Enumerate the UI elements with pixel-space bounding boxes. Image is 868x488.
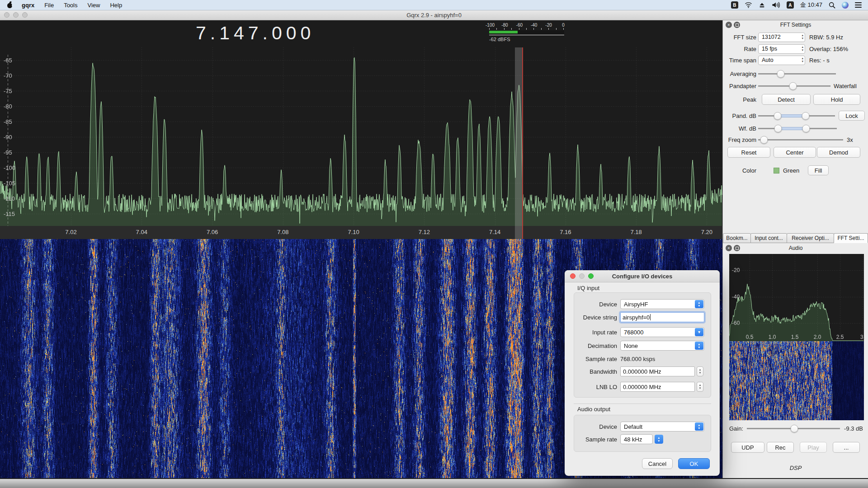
menu-bar-left: gqrx File Tools View Help	[0, 2, 127, 9]
input-rate-combobox[interactable]: 768000 ▾	[620, 327, 704, 337]
volume-icon[interactable]	[772, 2, 780, 8]
averaging-slider[interactable]	[758, 69, 836, 78]
frequency-axis[interactable]: 7.027.047.067.087.107.127.147.167.187.20	[0, 226, 722, 239]
meter-tick: -60	[513, 23, 526, 28]
fill-button[interactable]: Fill	[808, 165, 829, 175]
pandapter-waterfall-slider[interactable]	[758, 81, 830, 90]
peak-detect-button[interactable]: Detect	[762, 94, 811, 105]
dock-close-icon[interactable]: ×	[726, 245, 732, 251]
gain-slider[interactable]	[747, 424, 840, 433]
zoom-window-button[interactable]	[22, 12, 28, 18]
play-button[interactable]: Play	[800, 442, 827, 453]
stepper-icon[interactable]: ▴▾	[802, 46, 803, 52]
dialog-minimize-button[interactable]	[579, 273, 585, 279]
device-combobox[interactable]: AirspyHF ▴▾	[620, 299, 704, 309]
close-window-button[interactable]	[4, 12, 9, 18]
dialog-close-button[interactable]	[570, 273, 576, 279]
stepper-icon[interactable]: ▴▾	[695, 300, 703, 308]
demod-button[interactable]: Demod	[817, 147, 860, 158]
tab-receiver-options[interactable]: Receiver Opti...	[787, 233, 834, 243]
dropdown-arrow-icon[interactable]: ▾	[695, 328, 703, 336]
stepper-icon[interactable]: ▴▾	[697, 366, 703, 376]
stepper-icon[interactable]: ▴▾	[802, 34, 803, 40]
dialog-title-bar[interactable]: Configure I/O devices	[565, 270, 720, 282]
range-handle-max[interactable]	[802, 125, 810, 132]
more-button[interactable]: ...	[833, 442, 860, 453]
menu-view[interactable]: View	[82, 2, 105, 9]
eject-icon[interactable]	[759, 2, 765, 8]
stepper-icon[interactable]: ▴▾	[655, 435, 663, 444]
color-swatch[interactable]	[774, 168, 779, 174]
slider-handle[interactable]	[777, 70, 784, 78]
output-device-combobox[interactable]: Default ▴▾	[620, 422, 704, 432]
center-button[interactable]: Center	[774, 147, 816, 158]
slider-handle[interactable]	[789, 82, 797, 90]
input-source-icon[interactable]: A	[787, 1, 794, 9]
tab-bookmarks[interactable]: Bookm...	[723, 233, 751, 243]
pand-lock-button[interactable]: Lock	[839, 111, 865, 121]
device-string-input[interactable]: airspyhf=0	[620, 312, 704, 322]
wf-db-range-slider[interactable]	[758, 124, 837, 133]
decimation-combobox[interactable]: None ▴▾	[620, 341, 704, 351]
time-span-spinbox[interactable]: Auto ▴▾	[758, 56, 805, 65]
stepper-icon[interactable]: ▴▾	[695, 342, 703, 350]
freq-zoom-slider[interactable]	[758, 135, 843, 144]
menu-help[interactable]: Help	[105, 2, 127, 9]
rate-spinbox[interactable]: 15 fps ▴▾	[758, 44, 805, 54]
menu-file[interactable]: File	[39, 2, 59, 9]
audio-waterfall[interactable]	[729, 341, 864, 420]
pand-db-range-slider[interactable]	[758, 111, 835, 120]
dialog-zoom-button[interactable]	[588, 273, 594, 279]
spotlight-icon[interactable]	[829, 2, 835, 9]
spectrum-plot[interactable]	[0, 47, 722, 226]
slider-handle[interactable]	[791, 425, 798, 432]
apple-menu-icon[interactable]	[7, 2, 13, 8]
stepper-icon[interactable]: ▴▾	[697, 382, 703, 392]
spectrum-y-tick-label: -95	[4, 149, 12, 156]
range-handle-min[interactable]	[774, 125, 782, 132]
filter-bandwidth-marker[interactable]	[515, 47, 522, 239]
menu-app-gqrx[interactable]: gqrx	[17, 2, 39, 9]
configure-io-dialog[interactable]: Configure I/O devices I/Q input Device A…	[565, 270, 720, 476]
dock-panel: × FFT Settings FFT size 131072 ▴▾ RBW: 5…	[722, 20, 868, 478]
reset-button[interactable]: Reset	[727, 147, 770, 158]
dock-tab-bar: Bookm... Input cont... Receiver Opti... …	[723, 233, 868, 243]
ok-button[interactable]: OK	[678, 458, 710, 469]
output-rate-combobox[interactable]: 48 kHz	[620, 434, 653, 444]
bandwidth-row: Bandwidth 0.000000 MHz ▴▾	[576, 366, 711, 376]
slider-handle[interactable]	[760, 136, 768, 144]
range-handle-min[interactable]	[774, 112, 781, 120]
siri-icon[interactable]	[842, 2, 849, 9]
fft-size-spinbox[interactable]: 131072 ▴▾	[758, 33, 805, 42]
signal-strength-meter: -100 -80 -60 -40 -20 0 -62 dBFS	[489, 23, 564, 42]
tab-fft-settings[interactable]: FFT Setti...	[834, 233, 868, 243]
device-string-value: airspyhf=0	[623, 314, 650, 321]
tuning-line[interactable]	[522, 47, 523, 239]
udp-button[interactable]: UDP	[731, 442, 764, 453]
notification-center-icon[interactable]	[855, 2, 862, 8]
dock-float-icon[interactable]	[734, 22, 740, 28]
stepper-icon[interactable]: ▴▾	[802, 57, 803, 63]
minimize-window-button[interactable]	[13, 12, 19, 18]
dock-float-icon[interactable]	[734, 245, 740, 251]
peak-hold-button[interactable]: Hold	[813, 94, 860, 105]
cancel-button[interactable]: Cancel	[642, 458, 673, 469]
audio-spectrum-plot[interactable]: -20-40-60 0.51.01.52.02.53.	[729, 254, 864, 341]
spectrum-y-tick-label: -70	[4, 72, 12, 79]
dock-close-icon[interactable]: ×	[726, 22, 732, 28]
audio-x-tick-label: 0.5	[746, 334, 754, 340]
wifi-icon[interactable]	[745, 2, 752, 8]
frequency-tick-label: 7.14	[489, 229, 500, 235]
menu-tools[interactable]: Tools	[59, 2, 82, 9]
lnb-lo-input[interactable]: 0.000000 MHz	[620, 382, 695, 392]
menu-clock[interactable]: 金 10:47	[800, 1, 822, 9]
stepper-icon[interactable]: ▴▾	[695, 422, 703, 431]
rec-button[interactable]: Rec	[767, 442, 794, 453]
range-handle-max[interactable]	[802, 112, 810, 120]
waterfall-db-row: Wf. dB	[723, 123, 868, 133]
bandwidth-input[interactable]: 0.000000 MHz	[620, 366, 695, 376]
blocker-status-icon[interactable]: B	[731, 1, 738, 9]
window-title-bar[interactable]: Gqrx 2.9 - airspyhf=0	[0, 10, 868, 20]
tab-input-controls[interactable]: Input cont...	[750, 233, 787, 243]
frequency-display[interactable]: 7.147.000	[196, 23, 315, 44]
